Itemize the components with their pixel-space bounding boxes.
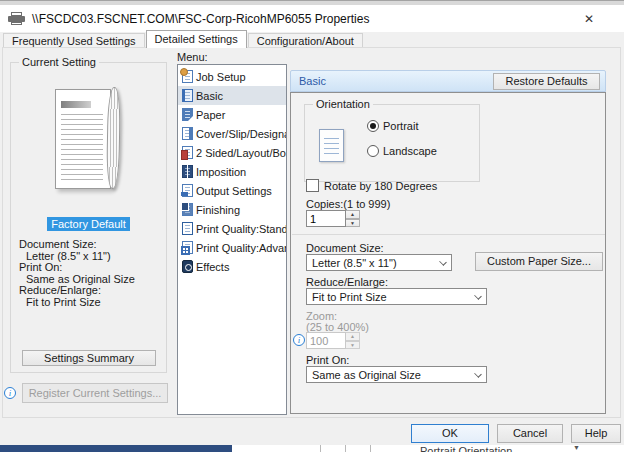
menu-label: Menu:: [177, 51, 208, 63]
landscape-radio[interactable]: [367, 145, 379, 157]
detail-label: Reduce/Enlarge:: [19, 285, 135, 297]
preset-name: Factory Default: [11, 218, 166, 230]
document-size-label: Document Size:: [306, 242, 384, 254]
menu-item-imposition[interactable]: Imposition: [178, 162, 286, 181]
tab-frequently-used-settings[interactable]: Frequently Used Settings: [3, 33, 145, 48]
restore-defaults-button[interactable]: Restore Defaults: [493, 73, 600, 90]
menu-item-paper[interactable]: Paper: [178, 105, 286, 124]
imposition-icon: [182, 165, 193, 178]
panel-body: Orientation Portrait Landscape Rotate by…: [290, 92, 606, 414]
print-quality-advanced-icon: [182, 241, 193, 254]
finishing-icon: [182, 203, 193, 216]
reduce-enlarge-label: Reduce/Enlarge:: [306, 276, 388, 288]
tab-configuration-about[interactable]: Configuration/About: [248, 33, 363, 48]
help-button[interactable]: Help: [571, 424, 621, 443]
custom-paper-size-button[interactable]: Custom Paper Size...: [475, 252, 603, 271]
menu-item-output-settings[interactable]: Output Settings: [178, 181, 286, 200]
reduce-enlarge-dropdown[interactable]: Fit to Print Size: [306, 288, 487, 305]
printer-icon: [8, 12, 25, 25]
screen: Document1 - Word \\FSCDC03.FSCNET.COM\FS…: [0, 0, 624, 452]
print-on-dropdown[interactable]: Same as Original Size: [306, 366, 487, 383]
job-setup-icon: [182, 70, 193, 83]
menu-item-effects[interactable]: Effects: [178, 257, 286, 276]
menu-item-job-setup[interactable]: Job Setup: [178, 67, 286, 86]
rotate-180-checkbox[interactable]: [306, 179, 319, 192]
effects-icon: [182, 260, 193, 273]
menu-item-basic[interactable]: Basic: [178, 86, 286, 105]
output-settings-icon: [182, 184, 193, 197]
register-current-settings-button: Register Current Settings...: [22, 383, 168, 403]
current-setting-title: Current Setting: [19, 56, 99, 68]
landscape-label: Landscape: [383, 145, 437, 157]
chevron-down-icon: [439, 258, 447, 266]
menu-list: Job Setup Basic Paper Cover/Slip/Designa…: [177, 64, 287, 415]
portrait-label: Portrait: [383, 120, 418, 132]
cancel-button[interactable]: Cancel: [497, 424, 563, 443]
orientation-group-title: Orientation: [313, 98, 373, 110]
panel-header: Basic Restore Defaults: [290, 70, 606, 92]
settings-summary-button[interactable]: Settings Summary: [22, 350, 156, 366]
background-print-button-fragment: [0, 445, 232, 452]
detail-value: Fit to Print Size: [19, 297, 135, 309]
spin-up-icon[interactable]: ▲: [346, 210, 360, 219]
menu-item-finishing[interactable]: Finishing: [178, 200, 286, 219]
document-preview-image: [55, 89, 111, 189]
info-icon: i: [293, 334, 305, 346]
basic-icon: [182, 89, 193, 102]
tab-detailed-settings[interactable]: Detailed Settings: [146, 30, 247, 48]
orientation-page-icon: [319, 129, 344, 162]
current-setting-group: Current Setting Factory Default Document…: [10, 62, 167, 373]
dialog-titlebar: \\FSCDC03.FSCNET.COM\FSC-Corp-RicohMP605…: [0, 5, 624, 32]
close-icon[interactable]: ✕: [584, 12, 594, 26]
portrait-radio-row: Portrait: [367, 120, 418, 132]
portrait-radio[interactable]: [367, 120, 379, 132]
info-icon: i: [4, 387, 16, 399]
ok-button[interactable]: OK: [411, 424, 489, 443]
rotate-180-row: Rotate by 180 Degrees: [306, 179, 437, 192]
zoom-input: [306, 332, 346, 349]
background-window-bottom: Portrait Orientation ▼: [0, 445, 624, 452]
chevron-down-icon: [474, 370, 482, 378]
dialog-title: \\FSCDC03.FSCNET.COM\FSC-Corp-RicohMP605…: [32, 12, 369, 26]
background-orientation-setting: Portrait Orientation: [420, 445, 512, 452]
detail-label: Document Size:: [19, 239, 135, 251]
chevron-down-icon: [474, 292, 482, 300]
current-setting-details: Document Size: Letter (8.5" x 11") Print…: [19, 239, 135, 308]
cover-slip-designate-icon: [182, 127, 193, 140]
copies-label: Copies:(1 to 999): [306, 198, 390, 210]
rotate-180-label: Rotate by 180 Degrees: [324, 180, 437, 192]
background-window-title: Document1 - Word: [500, 0, 584, 3]
print-quality-standard-icon: [182, 222, 193, 235]
panel-title: Basic: [299, 75, 326, 87]
properties-dialog: \\FSCDC03.FSCNET.COM\FSC-Corp-RicohMP605…: [0, 5, 624, 445]
document-size-dropdown[interactable]: Letter (8.5" x 11"): [306, 254, 452, 271]
orientation-group: Orientation Portrait Landscape: [304, 104, 480, 182]
document-preview-curl: [106, 87, 121, 189]
menu-item-print-quality-advanced[interactable]: Print Quality:Advanced: [178, 238, 286, 257]
landscape-radio-row: Landscape: [367, 145, 437, 157]
menu-item-print-quality-standard[interactable]: Print Quality:Standard: [178, 219, 286, 238]
two-sided-layout-booklet-icon: [182, 146, 193, 159]
menu-item-cover-slip-designate[interactable]: Cover/Slip/Designate: [178, 124, 286, 143]
spin-up-icon: ▲: [346, 332, 360, 341]
section-divider: [292, 234, 605, 235]
copies-input[interactable]: [306, 210, 346, 227]
tab-bar: Frequently Used Settings Detailed Settin…: [3, 30, 364, 48]
spin-down-icon[interactable]: ▼: [346, 219, 360, 228]
zoom-stepper: ▲ ▼: [306, 332, 360, 349]
spin-down-icon: ▼: [346, 341, 360, 350]
copies-stepper: ▲ ▼: [306, 210, 360, 227]
detail-label: Print On:: [19, 262, 135, 274]
background-dropdown-arrow-icon: ▼: [573, 445, 580, 451]
paper-icon: [182, 108, 193, 121]
menu-item-2-sided-layout-booklet[interactable]: 2 Sided/Layout/Booklet: [178, 143, 286, 162]
print-on-label: Print On:: [306, 354, 349, 366]
